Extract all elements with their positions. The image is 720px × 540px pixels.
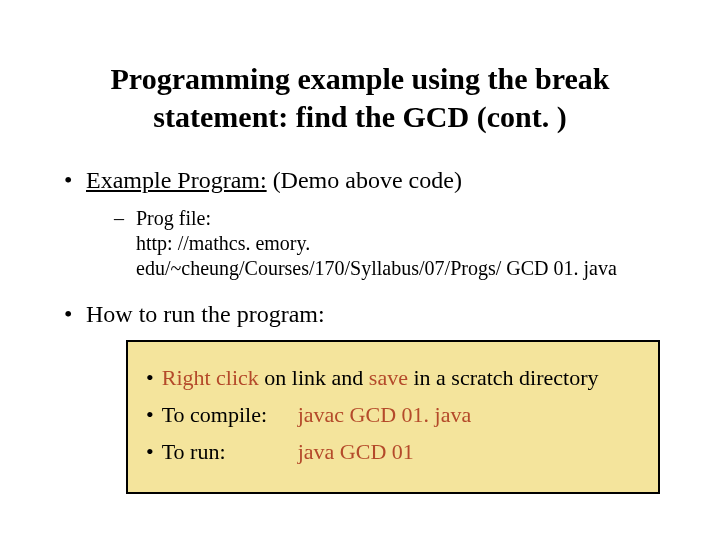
example-program-suffix: (Demo above code) xyxy=(267,167,462,193)
compile-command: javac GCD 01. java xyxy=(298,401,472,430)
run-command: java GCD 01 xyxy=(298,438,414,467)
box-bullet-icon: • xyxy=(146,438,154,467)
box-row1-text: Right click on link and save in a scratc… xyxy=(162,364,599,393)
box-bullet-icon: • xyxy=(146,364,154,393)
save-accent: save xyxy=(369,365,408,390)
box-row-compile: • To compile: javac GCD 01. java xyxy=(146,401,640,430)
bullet-example-program: Example Program: (Demo above code) Prog … xyxy=(60,165,670,281)
slide: Programming example using the break stat… xyxy=(0,0,720,540)
prog-file-url: http: //mathcs. emory. edu/~cheung/Cours… xyxy=(136,231,670,281)
right-click-accent: Right click xyxy=(162,365,259,390)
run-label: To run: xyxy=(162,438,292,467)
row1-end: in a scratch directory xyxy=(408,365,599,390)
instructions-box: • Right click on link and save in a scra… xyxy=(126,340,660,494)
box-row-right-click: • Right click on link and save in a scra… xyxy=(146,364,640,393)
how-to-run-label: How to run the program: xyxy=(86,301,325,327)
sub-bullet-prog-file: Prog file: http: //mathcs. emory. edu/~c… xyxy=(114,206,670,281)
box-row-run: • To run: java GCD 01 xyxy=(146,438,640,467)
bullet-list: Example Program: (Demo above code) Prog … xyxy=(50,165,670,494)
compile-label: To compile: xyxy=(162,401,292,430)
slide-title: Programming example using the break stat… xyxy=(80,60,640,135)
title-line-2: statement: find the GCD (cont. ) xyxy=(153,100,566,133)
row1-mid: on link and xyxy=(259,365,369,390)
box-bullet-icon: • xyxy=(146,401,154,430)
bullet-how-to-run: How to run the program: • Right click on… xyxy=(60,299,670,494)
title-line-1: Programming example using the break xyxy=(111,62,610,95)
sub-bullet-list: Prog file: http: //mathcs. emory. edu/~c… xyxy=(86,206,670,281)
example-program-label: Example Program: xyxy=(86,167,267,193)
prog-file-label: Prog file: xyxy=(136,207,211,229)
